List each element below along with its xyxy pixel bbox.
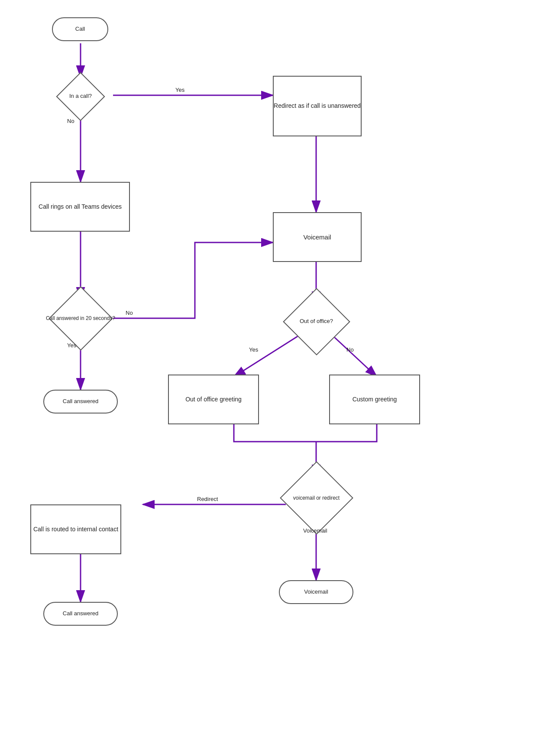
out-of-office-diamond: Out of office? — [276, 301, 356, 342]
voicemail-label-below: Voicemail — [303, 527, 327, 535]
flowchart: Call In a call? Yes No Redirect as if ca… — [0, 0, 537, 756]
call-node: Call — [52, 17, 108, 41]
no-label-20s: No — [126, 310, 133, 317]
voicemail-or-redirect-diamond: voicemail or redirect — [276, 472, 356, 524]
no-label-in-call: No — [67, 118, 74, 125]
redirect-unanswered-node: Redirect as if call is unanswered — [273, 76, 362, 136]
no-label-ooo: No — [346, 346, 354, 354]
call-routed-node: Call is routed to internal contact — [30, 504, 121, 554]
call-answered-20-diamond: Call answered in 20 seconds? — [42, 298, 120, 339]
call-answered-first-node: Call answered — [43, 390, 118, 414]
in-a-call-diamond: In a call? — [50, 78, 111, 115]
ooo-greeting-node: Out of office greeting — [168, 375, 259, 424]
yes-label-20s: Yes — [67, 342, 76, 349]
call-rings-node: Call rings on all Teams devices — [30, 182, 130, 232]
voicemail-box-node: Voicemail — [273, 212, 362, 262]
redirect-label: Redirect — [197, 496, 218, 503]
yes-label-ooo: Yes — [249, 346, 258, 354]
custom-greeting-node: Custom greeting — [329, 375, 420, 424]
yes-label-in-call: Yes — [175, 87, 184, 94]
voicemail-final-node: Voicemail — [279, 580, 353, 604]
call-answered-final-node: Call answered — [43, 602, 118, 626]
